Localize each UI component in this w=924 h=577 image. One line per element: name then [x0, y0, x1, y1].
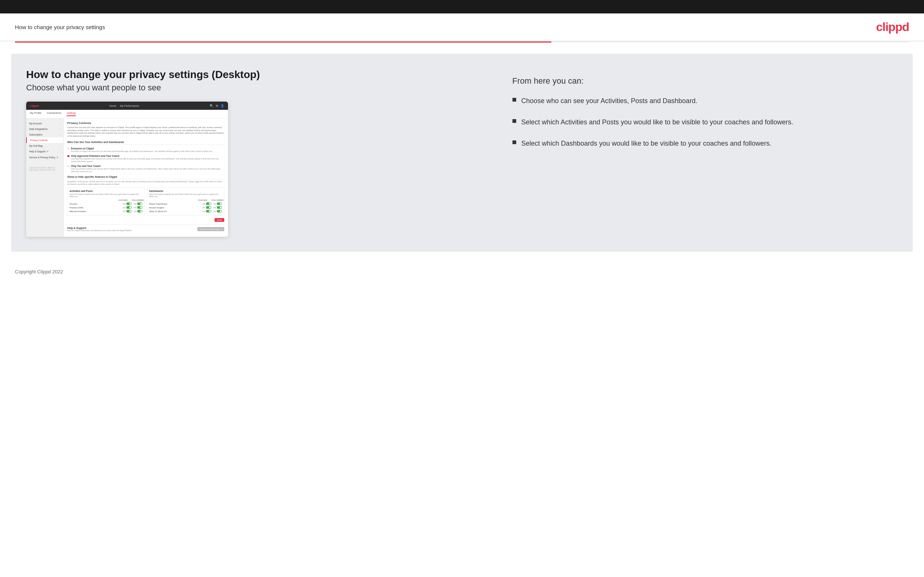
bullet-square-3: [512, 140, 516, 144]
radio-approved-label: Only Approved Followers and Your Coach: [71, 155, 224, 157]
radio-everyone-desc: Everyone on Clippd can search for you an…: [71, 150, 213, 153]
sidebar-my-golf-bag: My Golf Bag›: [26, 143, 63, 148]
mockup-save-button[interactable]: Save: [215, 218, 224, 222]
logo: clippd: [876, 20, 909, 34]
bullet-square-2: [512, 119, 516, 123]
mockup-show-hide-desc: Regardless of the privacy controls that …: [67, 181, 224, 185]
mockup-sidebar: My Account› Data Integrations› Subscript…: [26, 118, 63, 237]
mockup-navbar: clippd Home My Performance 🔍 ⚙ 👤: [26, 102, 228, 110]
toggle-row-what-to-work: What To Work On ON ON: [149, 210, 222, 213]
rounds-followers-toggle: [137, 202, 142, 205]
mockup-activities-title: Activities and Posts: [69, 190, 142, 192]
work-followers-toggle: [217, 210, 222, 213]
subnav-connections: Connections: [47, 112, 61, 116]
search-icon: 🔍: [210, 104, 213, 108]
mockup-subnav: My Profile Connections Settings: [26, 110, 228, 118]
mockup-nav-home: Home: [109, 105, 116, 107]
mockup-body: My Account› Data Integrations› Subscript…: [26, 118, 228, 237]
sidebar-my-account: My Account›: [26, 121, 63, 126]
page-heading: How to change your privacy settings (Des…: [26, 69, 498, 81]
bullet-square-1: [512, 98, 516, 102]
bullet-text-1: Choose who can see your Activities, Post…: [522, 96, 698, 106]
mockup-who-title: Who Can See Your Activities and Dashboar…: [67, 141, 224, 145]
radio-approved-desc: Only approved followers and coaches you …: [71, 158, 224, 163]
mockup-help-title: Help & Support: [67, 227, 132, 229]
mockup-show-hide-title: Show or hide specific features in Clippd: [67, 176, 224, 179]
mockup-help-section: Help & Support Visit our Clippd communit…: [67, 224, 224, 234]
user-icon: 👤: [221, 104, 224, 108]
header-title: How to change your privacy settings: [15, 24, 105, 30]
bullet-text-3: Select which Dashboards you would like t…: [522, 139, 772, 148]
radio-only-you-desc: Only you and the coaches you connect wit…: [71, 168, 224, 172]
toggle-row-practice: Practice Drills ON ON: [69, 206, 142, 209]
header: How to change your privacy settings clip…: [0, 13, 924, 42]
insights-coaches-toggle: [206, 206, 211, 209]
mockup-activities-box: Activities and Posts Select the types of…: [67, 187, 145, 216]
radio-everyone-label: Everyone on Clippd: [71, 147, 213, 150]
mockup-activities-desc: Select the types of activity that you'd …: [69, 193, 142, 198]
main-content: How to change your privacy settings (Des…: [11, 54, 913, 252]
toggle-row-rounds: Rounds ON ON: [69, 202, 142, 205]
mockup-privacy-controls-desc: Control how you and your data appears to…: [67, 126, 224, 138]
radio-only-you: Only You and Your Coach Only you and the…: [67, 165, 224, 172]
mockup-toggle-section: Activities and Posts Select the types of…: [67, 187, 224, 216]
sidebar-service-privacy: Service & Privacy Policy ↗: [26, 155, 63, 161]
mockup-dashboards-box: Dashboards Select the types of activity …: [147, 187, 224, 216]
mockup-save-row: Save: [67, 218, 224, 222]
mockup-visit-community-button[interactable]: Visit Our Community ↗: [197, 227, 224, 231]
sidebar-privacy-controls: Privacy Controls›: [26, 137, 63, 143]
manual-coaches-toggle: [126, 210, 132, 213]
bullet-item-3: Select which Dashboards you would like t…: [512, 139, 898, 148]
mockup-dashboards-desc: Select the types of activity that you'd …: [149, 193, 222, 198]
right-section: From here you can: Choose who can see yo…: [512, 69, 898, 237]
radio-only-you-label: Only You and Your Coach: [71, 165, 224, 167]
toggle-row-player-dashboard: Player Dashboard ON ON: [149, 202, 222, 205]
footer-text: Copyright Clippd 2022: [15, 269, 63, 274]
mockup-nav-links: Home My Performance: [109, 105, 139, 107]
practice-followers-toggle: [137, 206, 142, 209]
bullet-text-2: Select which Activities and Posts you wo…: [522, 118, 793, 127]
bullet-item-2: Select which Activities and Posts you wo…: [512, 118, 898, 127]
toggle-row-round-insights: Round Insights ON ON: [149, 206, 222, 209]
db-followers-col-label: FOLLOWERS: [212, 199, 222, 201]
mockup-privacy-controls-title: Privacy Controls: [67, 121, 224, 125]
mockup-help-desc: Visit our Clippd community to troublesho…: [67, 229, 132, 232]
radio-everyone: Everyone on Clippd Everyone on Clippd ca…: [67, 147, 224, 153]
from-here-heading: From here you can:: [512, 76, 898, 86]
radio-only-you-btn: [67, 165, 69, 167]
radio-approved: Only Approved Followers and Your Coach O…: [67, 155, 224, 163]
subnav-my-profile: My Profile: [30, 112, 42, 116]
sidebar-subscription: Subscription›: [26, 132, 63, 137]
player-coaches-toggle: [206, 202, 211, 205]
manual-followers-toggle: [137, 210, 142, 213]
left-section: How to change your privacy settings (Des…: [26, 69, 498, 237]
practice-coaches-toggle: [126, 206, 132, 209]
screenshot-mockup: clippd Home My Performance 🔍 ⚙ 👤 My Prof…: [26, 102, 228, 237]
sidebar-version: Clippd Client Version: 2022.8.2SQL Serve…: [26, 164, 63, 174]
radio-approved-btn: [67, 155, 69, 157]
mockup-main: Privacy Controls Control how you and you…: [63, 118, 228, 237]
top-bar: [0, 0, 924, 13]
player-followers-toggle: [217, 202, 222, 205]
bullet-list: Choose who can see your Activities, Post…: [512, 96, 898, 148]
db-coaches-col-label: COACHES: [197, 199, 208, 201]
accent-line: [15, 42, 909, 43]
mockup-logo: clippd: [30, 104, 39, 108]
external-link-icon: ↗: [221, 228, 222, 230]
work-coaches-toggle: [206, 210, 211, 213]
subnav-settings: Settings: [66, 112, 76, 116]
mockup-nav-icons: 🔍 ⚙ 👤: [210, 104, 224, 108]
settings-icon: ⚙: [216, 104, 218, 108]
toggle-row-manual: Manual Activities ON ON: [69, 210, 142, 213]
visit-community-label: Visit Our Community: [199, 228, 220, 230]
insights-followers-toggle: [217, 206, 222, 209]
footer: Copyright Clippd 2022: [0, 263, 924, 280]
coaches-col-label: COACHES: [118, 199, 128, 201]
mockup-nav-performance: My Performance: [120, 105, 139, 107]
mockup-dashboards-title: Dashboards: [149, 190, 222, 192]
page-subheading: Choose what you want people to see: [26, 83, 498, 93]
bullet-item-1: Choose who can see your Activities, Post…: [512, 96, 898, 106]
sidebar-data-integrations: Data Integrations›: [26, 126, 63, 132]
followers-col-label: FOLLOWERS: [132, 199, 142, 201]
radio-everyone-btn: [67, 148, 69, 150]
